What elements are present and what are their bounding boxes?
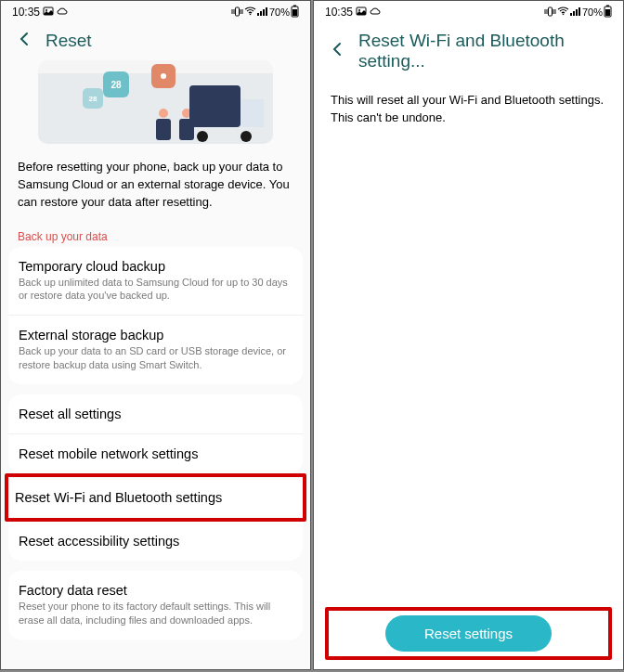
- option-subtitle: Back up your data to an SD card or USB s…: [19, 344, 292, 372]
- factory-reset-group: Factory data reset Reset your phone to i…: [8, 571, 303, 640]
- wifi-icon: [557, 6, 569, 18]
- calendar-icon-small: 28: [83, 88, 103, 109]
- vibrate-icon: [544, 6, 556, 19]
- svg-rect-2: [235, 7, 239, 16]
- wifi-icon: [244, 6, 256, 18]
- option-subtitle: Back up unlimited data to Samsung Cloud …: [19, 276, 292, 304]
- status-time: 10:35: [12, 6, 40, 19]
- description-text: This will reset all your Wi-Fi and Bluet…: [314, 81, 623, 138]
- battery-icon: [291, 5, 299, 19]
- reset-wifi-bluetooth-settings[interactable]: Reset Wi-Fi and Bluetooth settings: [8, 478, 303, 517]
- svg-rect-10: [292, 9, 297, 16]
- image-icon: [43, 6, 54, 19]
- svg-rect-6: [263, 9, 265, 16]
- truck-illustration: [189, 85, 264, 141]
- cloud-icon: [57, 6, 68, 19]
- reset-all-settings[interactable]: Reset all settings: [8, 394, 303, 433]
- svg-rect-9: [293, 6, 296, 7]
- vibrate-icon: [231, 6, 243, 19]
- reset-settings-button[interactable]: Reset settings: [385, 615, 552, 652]
- svg-point-12: [358, 9, 360, 11]
- image-icon: [356, 6, 367, 19]
- svg-rect-21: [605, 9, 610, 16]
- status-bar: 10:35 70%: [314, 1, 623, 21]
- svg-rect-18: [578, 7, 580, 16]
- bottom-action-area: Reset settings: [314, 607, 623, 669]
- svg-rect-15: [570, 13, 572, 16]
- contacts-icon: [151, 64, 176, 88]
- person-illustration: [154, 109, 173, 141]
- svg-rect-5: [260, 11, 262, 16]
- status-bar: 10:35 70%: [1, 1, 310, 21]
- option-title: External storage backup: [19, 328, 292, 342]
- factory-data-reset[interactable]: Factory data reset Reset your phone to i…: [8, 571, 303, 640]
- signal-icon: [570, 6, 581, 18]
- header: Reset Wi-Fi and Bluetooth setting...: [314, 21, 623, 81]
- svg-rect-13: [548, 7, 552, 16]
- external-storage-backup[interactable]: External storage backup Back up your dat…: [8, 315, 303, 384]
- svg-rect-7: [266, 7, 267, 16]
- page-title: Reset Wi-Fi and Bluetooth setting...: [358, 31, 608, 71]
- battery-percent: 70%: [582, 6, 603, 18]
- backup-section-label: Back up your data: [1, 219, 310, 247]
- intro-text: Before resetting your phone, back up you…: [1, 151, 310, 219]
- illustration-banner: 28 28: [38, 60, 273, 144]
- right-phone-screen: 10:35 70% Res: [313, 0, 624, 670]
- temporary-cloud-backup[interactable]: Temporary cloud backup Back up unlimited…: [8, 247, 303, 316]
- svg-point-3: [250, 14, 252, 16]
- svg-rect-16: [573, 11, 575, 16]
- option-title: Factory data reset: [19, 583, 292, 598]
- reset-accessibility-settings[interactable]: Reset accessibility settings: [8, 522, 303, 561]
- reset-mobile-network-settings[interactable]: Reset mobile network settings: [8, 433, 303, 473]
- backup-options-group: Temporary cloud backup Back up unlimited…: [8, 247, 303, 384]
- signal-icon: [257, 6, 268, 18]
- cloud-icon: [370, 6, 381, 19]
- svg-rect-20: [606, 6, 609, 7]
- left-phone-screen: 10:35 70% Res: [0, 0, 311, 670]
- option-subtitle: Reset your phone to its factory default …: [19, 600, 292, 627]
- svg-rect-4: [257, 13, 259, 16]
- svg-point-1: [46, 9, 47, 11]
- svg-point-14: [563, 14, 565, 16]
- battery-icon: [604, 5, 612, 19]
- calendar-icon: 28: [103, 71, 129, 97]
- svg-rect-17: [576, 9, 578, 16]
- highlighted-button: Reset settings: [325, 607, 612, 660]
- page-title: Reset: [46, 31, 92, 51]
- reset-options-group: Reset all settings Reset mobile network …: [8, 394, 303, 473]
- header: Reset: [1, 21, 310, 60]
- battery-percent: 70%: [269, 6, 290, 18]
- reset-options-group-contd: Reset accessibility settings: [8, 522, 303, 561]
- option-title: Temporary cloud backup: [19, 259, 292, 274]
- back-button[interactable]: [329, 41, 345, 61]
- status-time: 10:35: [325, 6, 353, 19]
- highlighted-option: Reset Wi-Fi and Bluetooth settings: [5, 473, 306, 522]
- back-button[interactable]: [16, 31, 32, 51]
